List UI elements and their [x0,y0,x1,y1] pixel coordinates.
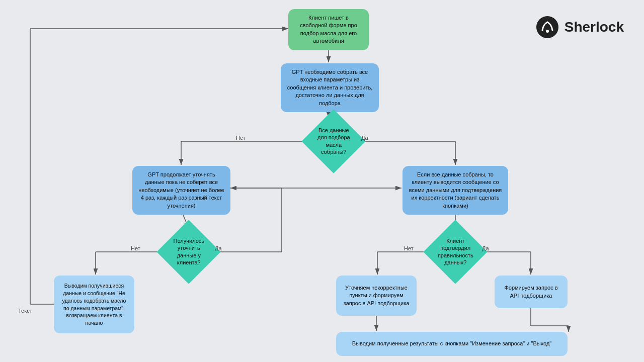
label-no1: Нет [236,135,246,141]
node-diamond-2-label: Получилось уточнить данные у клиента? [166,235,211,268]
node-diamond-3: Клиент подтвердил правильность данных? [423,220,487,284]
label-yes1: Да [361,135,368,141]
node-diamond-2: Получилось уточнить данные у клиента? [156,220,220,284]
diagram-container: Sherlock [0,0,644,362]
node-diamond-1-label: Все данные для подбора масла собраны? [311,125,356,157]
sherlock-logo-icon [535,15,559,39]
node-show-fail: Выводим получившиеся данные и сообщение … [54,276,134,333]
label-yes3: Да [482,245,489,251]
node-diamond-3-label: Клиент подтвердил правильность данных? [433,235,478,268]
svg-point-1 [546,30,549,33]
label-yes2: Да [215,245,222,251]
node-gpt-collect: GPT необходимо собрать все входные парам… [281,63,379,112]
label-text: Текст [18,308,32,314]
node-gpt-clarify: GPT продолжает уточнять данные пока не с… [132,166,230,215]
node-clarify-incorrect: Уточняем некорректные пункты и формируем… [336,276,417,316]
node-form-request: Формируем запрос в API подборщика [495,276,568,308]
logo-text: Sherlock [565,19,624,35]
logo: Sherlock [535,15,624,39]
node-start: Клиент пишет в свободной форме про подбо… [288,9,369,50]
svg-point-0 [536,16,558,38]
node-diamond-1: Все данные для подбора масла собраны? [301,109,365,173]
node-confirm-data: Если все данные собраны, то клиенту выво… [403,166,508,215]
node-show-results: Выводим полученные результаты с кнопками… [336,332,568,356]
label-no3: Нет [404,245,414,251]
label-no2: Нет [131,245,140,251]
